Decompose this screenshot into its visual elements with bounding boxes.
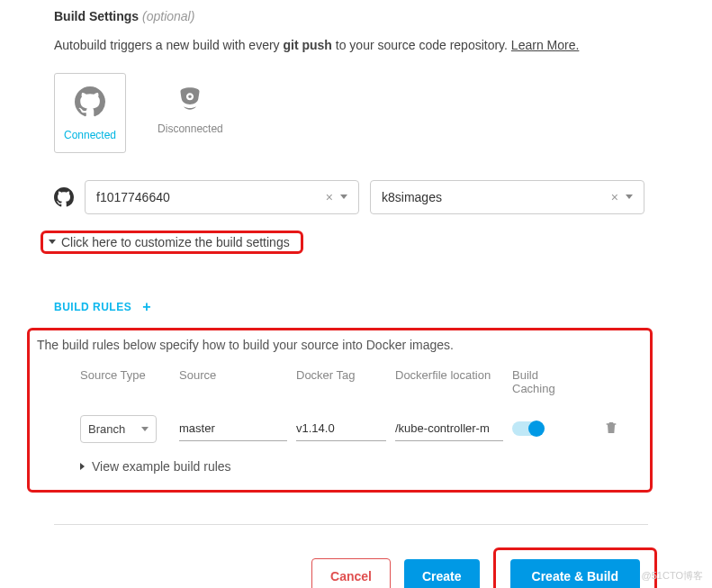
cancel-button[interactable]: Cancel	[311, 558, 391, 588]
source-type-select[interactable]: Branch	[80, 415, 157, 443]
delete-rule-button[interactable]	[593, 420, 629, 439]
build-caching-toggle[interactable]	[512, 421, 543, 436]
clear-icon[interactable]: ×	[611, 190, 618, 204]
github-icon	[54, 187, 74, 207]
section-title: Build Settings	[54, 9, 139, 23]
chevron-down-icon	[141, 427, 149, 431]
create-button[interactable]: Create	[404, 559, 480, 588]
col-caching: Build Caching	[512, 368, 584, 395]
clear-icon[interactable]: ×	[326, 190, 333, 204]
build-rules-title: BUILD RULES	[54, 301, 131, 313]
build-rule-row: Branch	[80, 415, 634, 443]
org-value: f1017746640	[96, 190, 170, 204]
chevron-down-icon	[340, 194, 347, 199]
col-docker-tag: Docker Tag	[296, 368, 386, 395]
source-input[interactable]	[179, 416, 287, 441]
dockerfile-input[interactable]	[395, 416, 503, 441]
customize-build-settings-toggle[interactable]: Click here to customize the build settin…	[41, 231, 303, 254]
github-connected-label: Connected	[64, 129, 116, 141]
repo-value: k8simages	[382, 190, 442, 204]
watermark: @51CTO博客	[642, 569, 703, 583]
col-source: Source	[179, 368, 287, 395]
description-text: Autobuild triggers a new build with ever…	[54, 37, 712, 55]
org-select[interactable]: f1017746640 ×	[85, 180, 359, 214]
chevron-down-icon	[626, 194, 633, 199]
bitbucket-provider-card[interactable]: Disconnected	[149, 73, 232, 153]
repo-select[interactable]: k8simages ×	[370, 180, 644, 214]
chevron-right-icon	[80, 463, 85, 470]
view-example-rules-link[interactable]: View example build rules	[30, 459, 634, 474]
bitbucket-disconnected-label: Disconnected	[158, 122, 223, 135]
customize-label: Click here to customize the build settin…	[61, 235, 290, 249]
github-provider-card[interactable]: Connected	[54, 73, 126, 153]
optional-label: (optional)	[142, 9, 194, 23]
col-source-type: Source Type	[80, 368, 170, 395]
create-and-build-button[interactable]: Create & Build	[510, 559, 640, 588]
divider	[54, 524, 648, 525]
learn-more-link[interactable]: Learn More.	[511, 38, 579, 52]
build-rules-panel: The build rules below specify how to bui…	[27, 328, 653, 493]
build-rules-description: The build rules below specify how to bui…	[30, 338, 634, 352]
add-rule-button[interactable]: +	[142, 299, 150, 315]
col-dockerfile: Dockerfile location	[395, 368, 503, 395]
docker-tag-input[interactable]	[296, 416, 386, 441]
bitbucket-icon	[177, 86, 203, 113]
chevron-down-icon	[49, 240, 56, 244]
github-icon	[75, 86, 105, 120]
